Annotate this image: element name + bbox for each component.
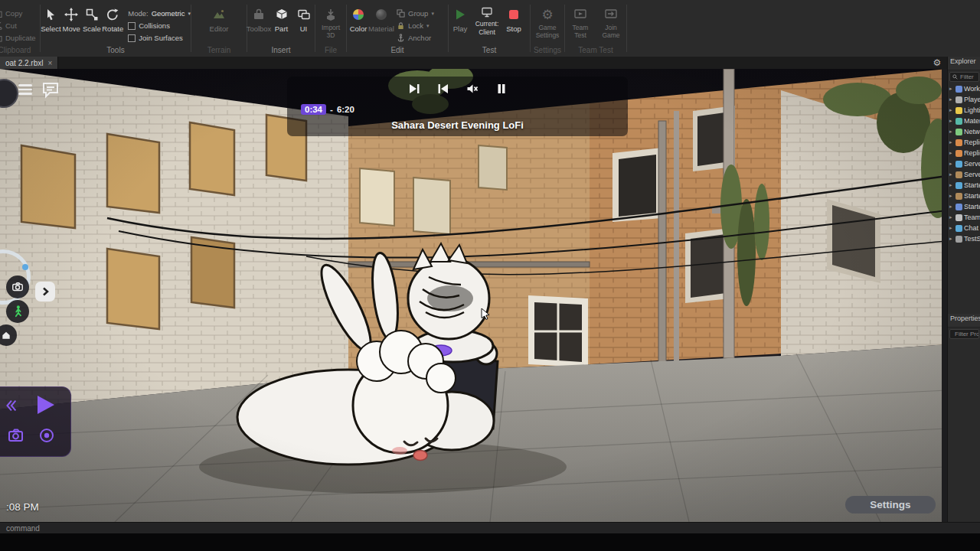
tab-close-icon[interactable]: ×: [47, 59, 52, 67]
import-3d-icon: [323, 7, 338, 22]
explorer-item-starterplayer[interactable]: ▸StarterPlayer: [948, 201, 980, 212]
caret-icon[interactable]: ▸: [949, 214, 954, 220]
explorer-item-materialservice[interactable]: ▸MaterialService: [948, 116, 980, 126]
anchor-button[interactable]: Anchor: [397, 33, 434, 43]
instance-icon: [956, 236, 962, 243]
caret-icon[interactable]: ▸: [949, 225, 954, 231]
explorer-item-players[interactable]: ▸Players: [948, 94, 980, 105]
gear-icon[interactable]: ⚙: [931, 57, 943, 69]
expand-button[interactable]: [35, 282, 55, 302]
caret-icon[interactable]: ▸: [949, 150, 954, 156]
collapse-chevrons-icon[interactable]: [3, 398, 18, 413]
mute-icon[interactable]: [466, 83, 479, 95]
caret-icon[interactable]: ▸: [949, 107, 954, 113]
panel-record-icon[interactable]: [38, 427, 55, 444]
explorer-item-replicatedstorage[interactable]: ▸ReplicatedStorage: [948, 148, 980, 158]
explorer-item-startergui[interactable]: ▸StarterGui: [948, 180, 980, 191]
import-3d-button[interactable]: Import 3D: [317, 3, 345, 40]
explorer-item-replicatedfirst[interactable]: ▸ReplicatedFirst: [948, 137, 980, 148]
instance-icon: [956, 182, 962, 189]
caret-icon[interactable]: ▸: [949, 171, 954, 178]
explorer-item-lighting[interactable]: ▸Lighting: [948, 105, 980, 116]
panel-gutter: [942, 69, 947, 522]
cut-button[interactable]: Cut: [0, 21, 40, 31]
instance-icon: [956, 171, 962, 178]
stop-icon: [506, 7, 521, 22]
material-button[interactable]: Material: [370, 3, 393, 33]
explorer-item-workspace[interactable]: ▸Workspace: [948, 83, 980, 94]
search-icon: [952, 74, 958, 80]
select-cursor-icon: [43, 7, 58, 22]
properties-filter-input[interactable]: Filter Prop: [949, 329, 979, 339]
collisions-checkbox[interactable]: Collisions: [128, 21, 191, 31]
ribbon-section-test: Play Current: Client Stop Test: [449, 0, 530, 57]
gear-icon: ⚙: [540, 7, 555, 22]
move-icon: [64, 7, 79, 22]
join-surfaces-checkbox[interactable]: Join Surfaces: [128, 33, 191, 43]
explorer-item-networkclient[interactable]: ▸NetworkClient: [948, 126, 980, 137]
explorer-item-teams[interactable]: ▸Teams: [948, 212, 980, 223]
team-test-icon: [573, 7, 588, 22]
place-tab[interactable]: oat 2.2.rbxl ×: [0, 57, 58, 69]
duplicate-button[interactable]: Duplicate: [0, 33, 40, 43]
settings-button[interactable]: Settings: [845, 496, 936, 514]
team-test-button[interactable]: Team Test: [567, 3, 594, 40]
caret-icon[interactable]: ▸: [949, 129, 954, 135]
explorer-item-serverstorage[interactable]: ▸ServerStorage: [948, 169, 980, 180]
explorer-item-chat[interactable]: ▸Chat: [948, 223, 980, 233]
rotate-icon: [105, 7, 120, 22]
panel-camera-icon[interactable]: [8, 427, 26, 444]
command-bar[interactable]: command: [0, 522, 980, 533]
select-tool-button[interactable]: Select: [41, 3, 61, 33]
chevron-right-icon: [41, 287, 50, 296]
rotate-tool-button[interactable]: Rotate: [102, 3, 123, 33]
checkbox-icon: [128, 22, 136, 30]
chat-button[interactable]: [41, 80, 60, 99]
caret-icon[interactable]: ▸: [949, 86, 954, 92]
viewport-3d-scene[interactable]: 0:34 - 6:20 Sahara Desert Evening LoFi: [0, 69, 947, 522]
pause-icon[interactable]: [495, 83, 508, 95]
copy-button[interactable]: Copy: [0, 8, 40, 18]
lock-button[interactable]: Lock ▾: [397, 21, 434, 31]
emote-run-button[interactable]: [6, 300, 29, 323]
caret-icon[interactable]: ▸: [949, 96, 954, 103]
move-tool-button[interactable]: Move: [61, 3, 82, 33]
color-button[interactable]: Color: [347, 3, 370, 33]
caret-icon[interactable]: ▸: [949, 193, 954, 199]
play-button[interactable]: Play: [449, 3, 472, 33]
roblox-studio-window: Copy Cut Duplicate Clipboard Select: [0, 0, 980, 551]
terrain-editor-button[interactable]: Editor: [207, 3, 230, 33]
caret-icon[interactable]: ▸: [949, 182, 954, 188]
toolbox-button[interactable]: Toolbox: [247, 3, 270, 33]
caret-icon[interactable]: ▸: [949, 139, 954, 145]
current-mode-dropdown[interactable]: Current: Client: [472, 3, 502, 36]
running-person-icon: [11, 305, 24, 318]
mode-dropdown[interactable]: Mode: Geometric ▾: [128, 8, 191, 18]
track-time: 0:34 - 6:20: [301, 104, 354, 115]
explorer-item-testservice[interactable]: ▸TestService: [948, 233, 980, 244]
ui-button[interactable]: UI: [292, 3, 315, 33]
stop-button[interactable]: Stop: [502, 3, 525, 33]
duplicate-icon: [0, 34, 2, 42]
ribbon-section-tools: Select Move Scale Rotate Mode:: [41, 0, 191, 57]
scale-tool-button[interactable]: Scale: [82, 3, 103, 33]
caret-icon[interactable]: ▸: [949, 161, 954, 167]
explorer-item-starterpack[interactable]: ▸StarterPack: [948, 191, 980, 201]
part-button[interactable]: Part: [270, 3, 292, 33]
group-button[interactable]: Group ▾: [397, 8, 434, 18]
explorer-filter-input[interactable]: Filter: [949, 72, 979, 82]
join-game-button[interactable]: Join Game: [597, 3, 625, 40]
caret-icon[interactable]: ▸: [949, 204, 954, 210]
panel-play-icon[interactable]: [34, 393, 57, 416]
camera-button[interactable]: [6, 276, 29, 298]
skip-forward-icon[interactable]: [408, 83, 420, 95]
color-wheel-icon: [351, 7, 366, 22]
caret-icon[interactable]: ▸: [949, 236, 954, 242]
game-settings-button[interactable]: ⚙ Game Settings: [532, 3, 563, 40]
skip-back-icon[interactable]: [437, 83, 449, 95]
menu-button[interactable]: [18, 82, 32, 97]
scale-icon: [84, 7, 100, 22]
join-game-icon: [603, 7, 619, 22]
explorer-item-serverscriptservice[interactable]: ▸ServerScriptService: [948, 158, 980, 169]
caret-icon[interactable]: ▸: [949, 118, 954, 124]
